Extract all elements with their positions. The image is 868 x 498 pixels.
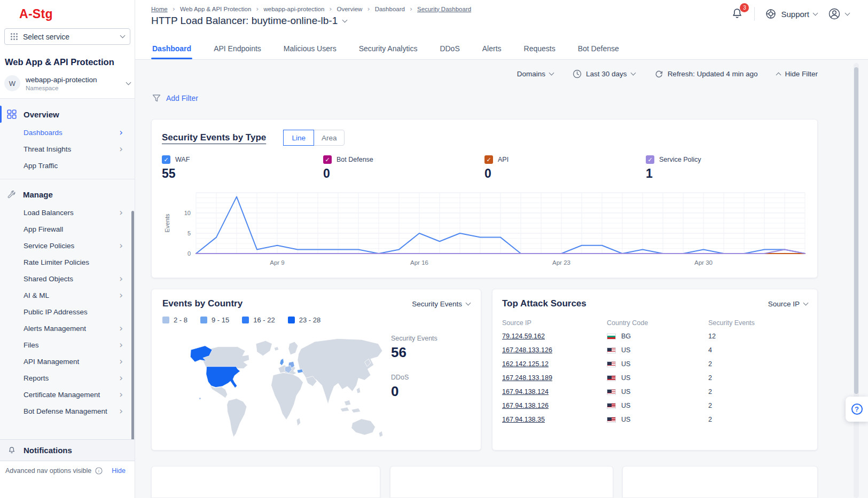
- security-events-title[interactable]: Security Events by Type: [162, 132, 266, 143]
- series-checkbox[interactable]: ✓: [162, 155, 170, 164]
- time-range-dropdown[interactable]: Last 30 days: [573, 69, 635, 78]
- source-ip-link[interactable]: 167.94.138.124: [502, 388, 607, 396]
- security-events-count: 4: [708, 346, 808, 354]
- table-header-row: Source IP Country Code Security Events: [502, 317, 808, 329]
- tab[interactable]: Requests: [523, 39, 557, 59]
- sidebar-item[interactable]: Certificate Management ›: [0, 386, 135, 403]
- nav-section-overview[interactable]: Overview: [0, 104, 135, 124]
- source-ip-link[interactable]: 167.248.133.189: [502, 374, 607, 382]
- tab[interactable]: Malicious Users: [283, 39, 338, 59]
- sidebar-item[interactable]: Reports ›: [0, 370, 135, 386]
- chevron-right-icon: ›: [119, 145, 123, 154]
- tab-label: Alerts: [482, 44, 502, 53]
- sidebar-scrollbar[interactable]: [131, 211, 134, 439]
- namespace-selector[interactable]: W webapp-api-protection Namespace: [4, 75, 130, 91]
- sidebar-item[interactable]: Load Balancers ›: [0, 204, 135, 221]
- series-checkbox[interactable]: ✓: [646, 155, 654, 164]
- breadcrumb-link[interactable]: Dashboard: [375, 6, 405, 12]
- source-ip-link[interactable]: 167.94.138.35: [502, 416, 607, 423]
- source-ip-link[interactable]: 162.142.125.12: [502, 360, 607, 368]
- nav-section-manage[interactable]: Manage: [0, 184, 135, 204]
- source-ip-link[interactable]: 167.248.133.126: [502, 346, 607, 354]
- tab[interactable]: API Endpoints: [213, 39, 262, 59]
- page-title: HTTP Load Balancer: buytime-online-lb-1: [151, 15, 338, 27]
- series-checkbox[interactable]: ✓: [484, 155, 493, 164]
- hide-filter-button[interactable]: Hide Filter: [777, 70, 818, 78]
- partial-card-2: [390, 466, 613, 498]
- series-total: 0: [323, 167, 484, 181]
- sidebar: A-Stg Select service Web App & API Prote…: [0, 0, 135, 498]
- sidebar-notifications[interactable]: Notifications: [0, 439, 135, 461]
- tab[interactable]: Dashboard: [151, 39, 192, 59]
- chevron-right-icon: ›: [119, 357, 123, 366]
- namespace-avatar: W: [4, 75, 20, 91]
- table-row: 167.94.138.126 US 2: [502, 399, 808, 413]
- breadcrumb-link[interactable]: webapp-api-protection: [264, 6, 325, 12]
- attack-source-selector-label: Source IP: [768, 300, 800, 308]
- country-cell: US: [607, 416, 708, 423]
- sidebar-item[interactable]: Bot Defense Management ›: [0, 403, 135, 420]
- support-menu[interactable]: Support: [765, 8, 817, 20]
- domains-dropdown[interactable]: Domains: [517, 70, 553, 78]
- page-scrollbar-track[interactable]: [854, 63, 859, 498]
- country-stats: Security Events 56 DDoS 0: [391, 327, 470, 441]
- sidebar-item[interactable]: Threat Insights ›: [0, 141, 135, 157]
- sidebar-item[interactable]: Files ›: [0, 337, 135, 353]
- map-legend-bucket: 23 - 28: [288, 316, 320, 324]
- toggle-button[interactable]: Area: [314, 130, 345, 146]
- tab[interactable]: DDoS: [439, 39, 460, 59]
- sidebar-item-label: API Management: [24, 358, 79, 366]
- bucket-swatch: [288, 317, 295, 323]
- sidebar-item[interactable]: Service Policies ›: [0, 238, 135, 254]
- top-header: Home › Web App & API Protection › webapp…: [135, 0, 868, 60]
- sidebar-item[interactable]: Rate Limiter Policies ›: [0, 254, 135, 271]
- breadcrumb-separator: ›: [173, 5, 175, 13]
- sidebar-item[interactable]: API Management ›: [0, 353, 135, 370]
- refresh-button[interactable]: Refresh: Updated 4 min ago: [654, 69, 758, 78]
- sidebar-item[interactable]: Dashboards ›: [0, 124, 135, 141]
- tab[interactable]: Security Analytics: [358, 39, 419, 59]
- map-legend: 2 - 8 9 - 15 16 - 22: [162, 316, 470, 324]
- country-cell: US: [607, 346, 708, 354]
- breadcrumb-link[interactable]: Overview: [337, 6, 363, 12]
- series-checkbox[interactable]: ✓: [323, 155, 332, 164]
- attack-source-dropdown[interactable]: Source IP: [768, 300, 808, 308]
- country-metric-dropdown[interactable]: Security Events: [412, 300, 470, 308]
- sidebar-item-label: App Firewall: [24, 225, 63, 233]
- series-label: WAF: [175, 156, 190, 163]
- add-filter-button[interactable]: Add Filter: [152, 93, 868, 103]
- refresh-label: Refresh: Updated 4 min ago: [668, 70, 758, 78]
- table-row: 79.124.59.162 BG 12: [502, 329, 808, 343]
- tab[interactable]: Alerts: [481, 39, 503, 59]
- page-scrollbar-thumb[interactable]: [854, 67, 858, 394]
- svg-text:0: 0: [187, 250, 191, 257]
- source-ip-link[interactable]: 167.94.138.126: [502, 402, 607, 409]
- breadcrumb-link[interactable]: Security Dashboard: [417, 6, 471, 12]
- source-ip-link[interactable]: 79.124.59.162: [502, 333, 607, 340]
- sidebar-item-label: Files: [24, 341, 39, 349]
- account-menu[interactable]: [827, 7, 849, 21]
- sidebar-item[interactable]: Public IP Addresses ›: [0, 304, 135, 320]
- sidebar-item[interactable]: Alerts Management ›: [0, 320, 135, 337]
- table-row: 167.248.133.189 US 2: [502, 371, 808, 385]
- toggle-button[interactable]: Line: [283, 130, 314, 146]
- sidebar-item[interactable]: App Traffic ›: [0, 157, 135, 174]
- top-attack-sources-card: Top Attack Sources Source IP Source IP C…: [492, 289, 818, 450]
- breadcrumb-link[interactable]: Web App & API Protection: [180, 6, 251, 12]
- chevron-down-icon[interactable]: [342, 17, 348, 22]
- sidebar-item[interactable]: App Firewall ›: [0, 221, 135, 238]
- help-button[interactable]: ?: [846, 397, 868, 422]
- chevron-right-icon: ›: [119, 407, 123, 416]
- legend-item: ✓ Bot Defense 0: [323, 155, 484, 181]
- notifications-button[interactable]: 3: [730, 7, 744, 21]
- tab[interactable]: Bot Defense: [577, 39, 620, 59]
- time-range-label: Last 30 days: [586, 70, 627, 78]
- breadcrumb-link[interactable]: Home: [151, 6, 168, 12]
- stat-label: Security Events: [391, 335, 470, 342]
- select-service-dropdown[interactable]: Select service: [4, 28, 130, 45]
- chevron-down-icon: [813, 10, 818, 15]
- sidebar-item[interactable]: Shared Objects ›: [0, 271, 135, 287]
- hide-advanced-nav-link[interactable]: Hide: [112, 467, 126, 475]
- sidebar-item[interactable]: AI & ML ›: [0, 287, 135, 304]
- hide-filter-label: Hide Filter: [785, 70, 818, 78]
